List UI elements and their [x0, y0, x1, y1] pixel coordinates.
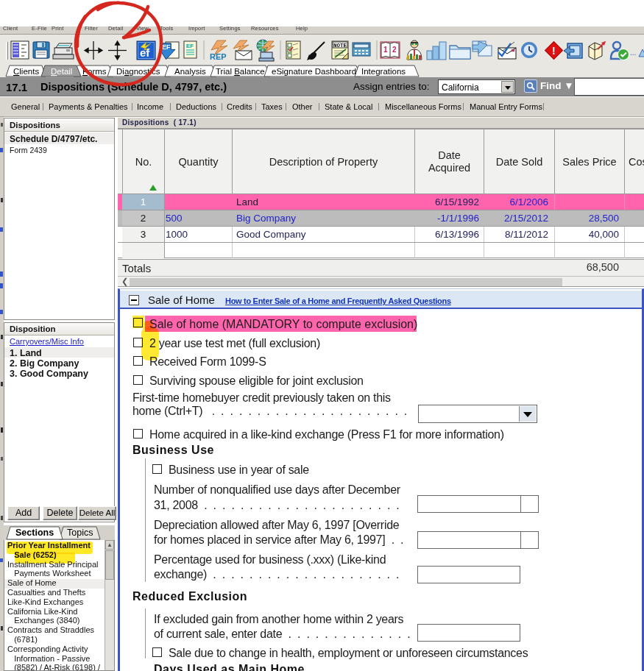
svg-text:Integrations: Integrations — [361, 67, 406, 76]
svg-text:EF: EF — [162, 43, 171, 51]
svg-text:Clients: Clients — [13, 67, 39, 76]
svg-text:1: 1 — [383, 46, 388, 54]
svg-text:2: 2 — [392, 46, 397, 54]
svg-text:EF: EF — [186, 43, 194, 49]
svg-text:Trial Balance: Trial Balance — [216, 67, 265, 76]
svg-text:Diagnostics: Diagnostics — [116, 67, 160, 76]
svg-text:REP: REP — [210, 52, 227, 61]
svg-text:Detail: Detail — [51, 67, 72, 76]
svg-text:Forms: Forms — [82, 67, 107, 76]
svg-text:eSignature Dashboard: eSignature Dashboard — [272, 67, 356, 76]
svg-text:!: ! — [552, 45, 556, 57]
svg-text:...: ... — [630, 49, 636, 57]
svg-text:Analysis: Analysis — [174, 67, 206, 76]
svg-text:NOTE: NOTE — [333, 43, 347, 49]
svg-text:ef: ef — [140, 46, 150, 59]
